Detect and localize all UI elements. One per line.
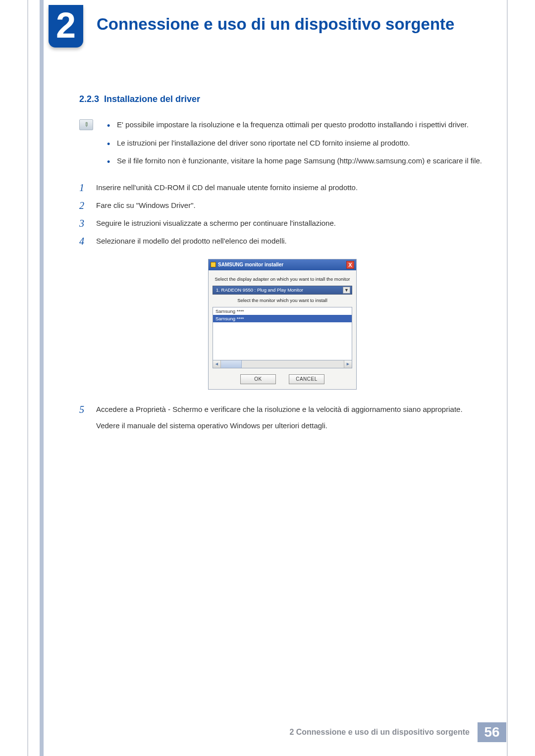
section-heading: 2.2.3 Installazione del driver bbox=[79, 94, 485, 104]
scroll-left-icon[interactable]: ◄ bbox=[213, 360, 221, 368]
installer-monitor-label: Select the monitor which you want to ins… bbox=[213, 298, 352, 303]
step-text-main: Accedere a Proprietà - Schermo e verific… bbox=[96, 405, 463, 413]
footer-breadcrumb: 2 Connessione e uso di un dispositivo so… bbox=[289, 728, 478, 737]
installer-title: SAMSUNG monitor installer bbox=[218, 262, 283, 267]
section-number: 2.2.3 bbox=[79, 94, 99, 104]
left-accent-bar bbox=[40, 0, 44, 756]
step-item: 2 Fare clic su "Windows Driver". bbox=[79, 200, 485, 211]
ok-button[interactable]: OK bbox=[240, 374, 276, 384]
step-text: Seguire le istruzioni visualizzate a sch… bbox=[96, 217, 485, 229]
step-text: Selezionare il modello del prodotto nell… bbox=[96, 235, 485, 247]
list-item-selected[interactable]: Samsung **** bbox=[213, 315, 352, 322]
step-item: 4 Selezionare il modello del prodotto ne… bbox=[79, 235, 485, 247]
scroll-track[interactable] bbox=[242, 360, 344, 368]
list-item[interactable]: Samsung **** bbox=[213, 307, 352, 315]
step-item: 3 Seguire le istruzioni visualizzate a s… bbox=[79, 217, 485, 229]
chapter-number: 2 bbox=[56, 7, 76, 43]
installer-button-row: OK CANCEL bbox=[213, 374, 352, 384]
step-number: 1 bbox=[79, 182, 88, 194]
adapter-selected-value: 1. RADEON 9550 : Plug and Play Monitor bbox=[216, 287, 303, 293]
step-item: 5 Accedere a Proprietà - Schermo e verif… bbox=[79, 403, 485, 432]
note-item: E' possibile impostare la risoluzione e … bbox=[103, 119, 485, 131]
step-text: Accedere a Proprietà - Schermo e verific… bbox=[96, 403, 485, 432]
section-title: Installazione del driver bbox=[104, 94, 200, 104]
chapter-title: Connessione e uso di un dispositivo sorg… bbox=[97, 15, 454, 34]
step-number: 4 bbox=[79, 235, 88, 247]
scroll-thumb[interactable] bbox=[221, 360, 242, 368]
step-number: 5 bbox=[79, 403, 88, 415]
adapter-combobox[interactable]: 1. RADEON 9550 : Plug and Play Monitor ▼ bbox=[213, 286, 352, 295]
scroll-right-icon[interactable]: ► bbox=[344, 360, 352, 368]
content-area: 2.2.3 Installazione del driver E' possib… bbox=[79, 94, 485, 437]
chevron-down-icon[interactable]: ▼ bbox=[343, 287, 350, 294]
note-item: Le istruzioni per l'installazione del dr… bbox=[103, 138, 485, 149]
chapter-badge: 2 bbox=[49, 5, 83, 48]
step-text-extra: Vedere il manuale del sistema operativo … bbox=[96, 420, 485, 431]
installer-titlebar: SAMSUNG monitor installer X bbox=[209, 259, 356, 270]
installer-body: Select the display adapter on which you … bbox=[209, 270, 356, 389]
note-item: Se il file fornito non è funzionante, vi… bbox=[103, 155, 485, 167]
step-text: Inserire nell'unità CD-ROM il CD del man… bbox=[96, 182, 485, 193]
page-number: 56 bbox=[478, 722, 506, 742]
steps-list: 1 Inserire nell'unità CD-ROM il CD del m… bbox=[79, 182, 485, 247]
step-number: 2 bbox=[79, 200, 88, 211]
page-footer: 2 Connessione e uso di un dispositivo so… bbox=[289, 722, 506, 742]
step-text: Fare clic su "Windows Driver". bbox=[96, 200, 485, 211]
monitor-listbox[interactable]: Samsung **** Samsung **** bbox=[213, 307, 352, 360]
horizontal-scrollbar[interactable]: ◄ ► bbox=[213, 360, 352, 368]
installer-figure: SAMSUNG monitor installer X Select the d… bbox=[208, 259, 357, 390]
step-item: 1 Inserire nell'unità CD-ROM il CD del m… bbox=[79, 182, 485, 194]
installer-adapter-label: Select the display adapter on which you … bbox=[213, 276, 352, 282]
note-block: E' possibile impostare la risoluzione e … bbox=[79, 119, 485, 174]
step-number: 3 bbox=[79, 217, 88, 229]
installer-app-icon bbox=[211, 262, 216, 267]
note-icon bbox=[79, 119, 93, 130]
note-list: E' possibile impostare la risoluzione e … bbox=[103, 119, 485, 174]
installer-window: SAMSUNG monitor installer X Select the d… bbox=[208, 259, 357, 390]
steps-list-cont: 5 Accedere a Proprietà - Schermo e verif… bbox=[79, 403, 485, 432]
close-icon[interactable]: X bbox=[346, 261, 354, 269]
cancel-button[interactable]: CANCEL bbox=[289, 374, 324, 384]
